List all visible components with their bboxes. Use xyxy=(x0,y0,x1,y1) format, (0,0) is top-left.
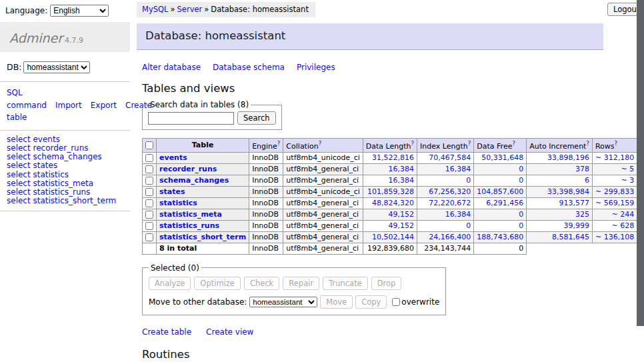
privileges-link[interactable]: Privileges xyxy=(297,63,335,72)
move-database-select[interactable]: homeassistant xyxy=(249,297,317,307)
data-length-link[interactable]: 16,384 xyxy=(389,176,415,185)
sidebar-table-link-statistics_meta[interactable]: statistics_meta xyxy=(33,179,93,188)
index-length-link[interactable]: 70,467,584 xyxy=(429,153,471,162)
copy-button[interactable]: Copy xyxy=(355,295,387,309)
sidebar-table-link-events[interactable]: events xyxy=(33,135,59,144)
table-link-recorder_runs[interactable]: recorder_runs xyxy=(159,165,217,173)
index-length-link[interactable]: 67,256,320 xyxy=(429,187,471,196)
breadcrumb-mysql[interactable]: MySQL xyxy=(142,5,169,14)
sidebar-table-link-schema_changes[interactable]: schema_changes xyxy=(33,152,101,161)
drop-button[interactable]: Drop xyxy=(371,277,402,290)
table-link-statistics[interactable]: statistics xyxy=(159,199,197,207)
help-icon[interactable]: ? xyxy=(615,140,618,147)
scrollbar[interactable] xyxy=(637,0,644,362)
row-checkbox-statistics_runs[interactable] xyxy=(145,222,153,230)
row-checkbox-recorder_runs[interactable] xyxy=(145,165,153,173)
table-link-schema_changes[interactable]: schema_changes xyxy=(159,176,229,185)
create-view-link[interactable]: Create view xyxy=(206,327,253,337)
rows-link[interactable]: ~ 3 xyxy=(621,176,634,185)
help-icon[interactable]: ? xyxy=(319,140,322,147)
select-link[interactable]: select xyxy=(7,170,31,179)
adminer-logo-text[interactable]: Adminer xyxy=(9,31,63,45)
data-free-link[interactable]: 104,857,600 xyxy=(477,187,523,196)
sidebar-action-export[interactable]: Export xyxy=(91,101,117,110)
data-free-link[interactable]: 0 xyxy=(519,221,523,230)
sidebar-table-link-states[interactable]: states xyxy=(33,161,57,170)
sidebar-table-link-recorder_runs[interactable]: recorder_runs xyxy=(33,143,88,153)
help-icon[interactable]: ? xyxy=(277,140,281,147)
database-schema-link[interactable]: Database schema xyxy=(213,63,285,72)
rows-link[interactable]: ~ 312,180 xyxy=(595,153,634,162)
rows-link[interactable]: ~ 628 xyxy=(611,221,634,230)
help-icon[interactable]: ? xyxy=(512,140,515,147)
auto-increment-link[interactable]: 913,577 xyxy=(559,199,589,207)
auto-increment-link[interactable]: 33,898,196 xyxy=(547,153,589,162)
db-select[interactable]: homeassistant xyxy=(23,61,90,73)
rows-link[interactable]: ~ 299,833 xyxy=(595,187,634,196)
rows-link[interactable]: ~ 136,108 xyxy=(595,233,634,241)
index-length-link[interactable]: 16,384 xyxy=(445,165,471,173)
help-icon[interactable]: ? xyxy=(586,140,589,147)
create-table-link[interactable]: Create table xyxy=(142,327,191,337)
index-length-link[interactable]: 16,384 xyxy=(445,210,471,219)
index-length-link[interactable]: 0 xyxy=(466,176,471,185)
index-length-link[interactable]: 0 xyxy=(466,221,471,230)
sidebar-action-import[interactable]: Import xyxy=(55,101,82,110)
select-link[interactable]: select xyxy=(7,187,31,197)
index-length-link[interactable]: 72,220,672 xyxy=(429,199,471,207)
select-link[interactable]: select xyxy=(7,143,31,153)
row-checkbox-schema_changes[interactable] xyxy=(145,177,153,185)
data-length-link[interactable]: 49,152 xyxy=(389,210,415,219)
rows-link[interactable]: ~ 569,159 xyxy=(595,199,634,207)
data-free-link[interactable]: 50,331,648 xyxy=(481,153,523,162)
auto-increment-link[interactable]: 33,398,984 xyxy=(547,187,589,196)
sidebar-action-sql-command[interactable]: SQL command xyxy=(7,88,47,110)
table-link-statistics_short_term[interactable]: statistics_short_term xyxy=(159,233,246,241)
search-input[interactable] xyxy=(148,112,234,125)
rows-link[interactable]: ~ 5 xyxy=(621,165,634,173)
move-button[interactable]: Move xyxy=(320,295,353,309)
auto-increment-link[interactable]: 325 xyxy=(575,210,589,219)
help-icon[interactable]: ? xyxy=(411,140,415,147)
data-free-link[interactable]: 0 xyxy=(519,165,523,173)
select-link[interactable]: select xyxy=(7,135,31,144)
select-link[interactable]: select xyxy=(7,161,31,170)
auto-increment-link[interactable]: 378 xyxy=(575,165,589,173)
table-link-statistics_meta[interactable]: statistics_meta xyxy=(159,210,222,219)
sidebar-table-link-statistics_runs[interactable]: statistics_runs xyxy=(33,187,90,197)
row-checkbox-states[interactable] xyxy=(145,188,153,196)
repair-button[interactable]: Repair xyxy=(283,277,319,290)
row-checkbox-statistics_short_term[interactable] xyxy=(145,233,153,241)
data-free-link[interactable]: 0 xyxy=(519,176,523,185)
help-icon[interactable]: ? xyxy=(468,140,471,147)
rows-link[interactable]: ~ 244 xyxy=(611,210,634,219)
search-button[interactable]: Search xyxy=(237,111,276,125)
row-checkbox-statistics_meta[interactable] xyxy=(145,211,153,219)
data-length-link[interactable]: 49,152 xyxy=(389,221,415,230)
language-select[interactable]: English xyxy=(50,5,109,17)
row-checkbox-events[interactable] xyxy=(145,154,153,162)
sidebar-table-link-statistics_short_term[interactable]: statistics_short_term xyxy=(33,196,116,205)
data-length-link[interactable]: 16,384 xyxy=(389,165,415,173)
truncate-button[interactable]: Truncate xyxy=(323,277,368,290)
data-free-link[interactable]: 188,743,680 xyxy=(477,233,523,241)
index-length-link[interactable]: 24,166,400 xyxy=(429,233,471,241)
data-free-link[interactable]: 0 xyxy=(519,210,523,219)
table-link-statistics_runs[interactable]: statistics_runs xyxy=(159,221,219,230)
table-link-states[interactable]: states xyxy=(159,187,185,196)
alter-database-link[interactable]: Alter database xyxy=(142,63,201,72)
auto-increment-link[interactable]: 6 xyxy=(585,176,589,185)
scrollbar-thumb[interactable] xyxy=(637,0,644,326)
check-button[interactable]: Check xyxy=(244,277,279,290)
select-all-checkbox[interactable] xyxy=(145,141,153,149)
breadcrumb-server[interactable]: Server xyxy=(177,5,203,14)
analyze-button[interactable]: Analyze xyxy=(149,277,191,290)
table-link-events[interactable]: events xyxy=(159,153,187,162)
overwrite-checkbox[interactable] xyxy=(392,298,400,306)
row-checkbox-statistics[interactable] xyxy=(145,199,153,207)
optimize-button[interactable]: Optimize xyxy=(194,277,241,290)
select-link[interactable]: select xyxy=(7,152,31,161)
sidebar-table-link-statistics[interactable]: statistics xyxy=(33,170,69,179)
select-link[interactable]: select xyxy=(7,179,31,188)
data-length-link[interactable]: 48,824,320 xyxy=(372,199,414,207)
